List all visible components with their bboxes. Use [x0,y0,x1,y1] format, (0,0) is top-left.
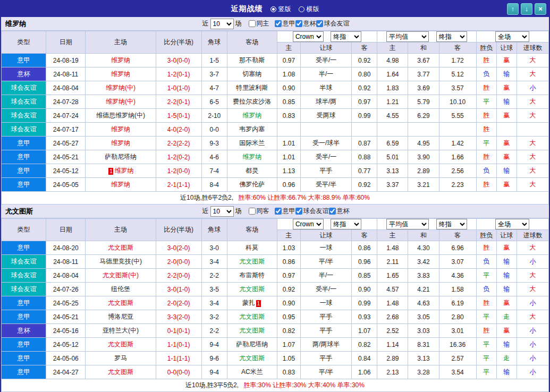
handicap-result-mark: 输 [496,255,517,269]
same-home-checkbox-input[interactable] [249,20,256,27]
avg-draw-odds [408,123,439,137]
sub-header-odds-home: 主 [277,42,300,54]
league-filter-checkbox[interactable]: 意杯 [329,207,350,216]
match-row: 意甲24-05-121维罗纳1-2(0-0)7-4都灵1.13平手0.773.1… [2,164,549,178]
summary-stats: 胜率:30% 让胜率:30% 大率:40% 单率:30% [243,381,364,389]
result-mark: 平 [476,365,496,379]
avg-home-odds: 2.11 [377,255,408,269]
same-home-checkbox[interactable]: 同主 [249,19,269,28]
team-section-bar: 维罗纳 近 10 场 同主 意甲 意杯 球会友谊 [1,17,549,31]
league-filter-checkbox[interactable]: 意甲 [275,207,295,216]
layout-vertical-radio[interactable] [270,6,276,12]
league-filter-checkbox[interactable]: 球会友谊 [316,19,350,28]
avg-stage-select[interactable]: 终指 [436,219,467,229]
team-label: 尤文图斯 [239,313,265,320]
sub-header-handicap: 让球 [301,230,352,241]
team-label: 布雷斯特 [239,271,265,279]
home-team: 尤文图斯(中) [86,269,156,283]
result-mark: 平 [476,338,496,352]
away-team: 维罗纳 [227,109,277,123]
match-date: 24-08-11 [46,67,86,81]
league-filter-checkbox[interactable]: 球会友谊 [295,207,329,216]
move-up-button[interactable]: ↑ [507,3,519,15]
goals-result-mark: 大 [517,283,548,296]
match-row: 意甲24-05-12尤文图斯1-1(0-1)9-4萨勒尼塔纳1.07两/两球半0… [2,338,549,352]
match-count-select[interactable]: 10 [210,19,234,29]
avg-home-odds: 1.21 [377,95,408,109]
team-label: 萨勒尼塔纳 [236,340,268,348]
move-down-button[interactable]: ↓ [521,3,532,15]
odds-home: 0.86 [277,255,300,269]
scope-select[interactable]: 全场 [495,31,529,42]
odds-away: 0.93 [352,310,377,324]
handicap-result-mark: 赢 [496,109,517,123]
odds-home: 0.90 [277,81,300,95]
layout-vertical-option[interactable]: 竖版 [270,5,291,14]
goals-result-mark: 大 [517,54,548,67]
corner-score: 3-2 [201,310,227,324]
avg-away-odds: 3.07 [439,255,476,269]
avg-draw-odds: 4.30 [408,241,439,255]
goals-result-mark: 小 [517,365,548,379]
odds-stage-select[interactable]: 终指 [331,31,361,42]
odds-home: 1.13 [277,164,300,178]
same-away-checkbox-input[interactable] [249,208,256,215]
handicap-line: 平/半 [301,255,352,269]
sub-header-handicap-result: 让球 [496,42,517,54]
avg-away-odds [439,123,476,137]
sub-header-odds-home: 主 [277,230,300,241]
match-count-select[interactable]: 10 [210,206,234,217]
score: 3-0(2-0) [156,241,201,255]
avg-stage-select[interactable]: 终指 [436,31,467,42]
avg-draw-odds: 3.90 [408,150,439,164]
goals-result-mark: 大 [517,269,548,283]
handicap-result-mark: 赢 [496,81,517,95]
goals-result-mark: 大 [517,164,548,178]
league-badge: 意甲 [2,241,46,255]
odds-stage-select[interactable]: 终指 [331,219,361,229]
avg-home-odds [377,123,408,137]
match-date: 24-05-05 [46,178,86,192]
match-row: 意甲24-05-21博洛尼亚3-3(2-0)3-2尤文图斯0.95平手0.932… [2,310,549,324]
away-team: 萨勒尼塔纳 [227,338,277,352]
score: 1-2(0-0) [156,164,201,178]
away-team: 尤文图斯 [227,324,277,338]
close-button[interactable]: × [535,3,546,15]
league-filter-checkbox[interactable]: 意甲 [275,19,295,28]
summary-row: 近10场,胜3平5负2, 胜率:30% 让胜率:30% 大率:40% 单率:30… [2,379,549,392]
average-select[interactable]: 平均值 [386,31,429,42]
away-team: 蒙扎1 [227,296,277,310]
col-header-score: 比分(半场) [156,219,201,241]
avg-away-odds: 1.42 [439,137,476,150]
corner-score: 0-0 [201,123,227,137]
league-badge: 球会友谊 [2,255,46,269]
handicap-line: 受两球 [301,109,352,123]
average-select[interactable]: 平均值 [386,219,429,229]
league-badge: 意甲 [2,150,46,164]
score: 2-0(2-0) [156,296,201,310]
bookmaker-select[interactable]: Crown [293,219,324,229]
team-label: 亚特兰大(中) [103,327,139,334]
layout-horizontal-option[interactable]: 横版 [299,5,319,14]
league-filter-checkbox[interactable]: 意杯 [295,19,316,28]
titlebar: 近期战绩 竖版 横版 ↑ ↓ × [1,1,549,17]
team-form-table-2: 类型 日期 主场 比分(半场) 角球 客场 Crown 终指 平均值 终指 全场 [1,218,549,392]
score: 2-0(0-0) [156,255,201,269]
team-label: 那不勒斯 [239,56,265,64]
score: 1-1(1-1) [156,352,201,365]
corner-score: 3-5 [201,283,227,296]
odds-home: 1.07 [277,338,300,352]
avg-home-odds: 2.68 [377,310,408,324]
team-label: 尤文图斯 [239,354,265,362]
bookmaker-select[interactable]: Crown [293,31,324,42]
league-badge: 球会友谊 [2,269,46,283]
team-label: 特里波利斯 [236,84,268,91]
goals-result-mark: 小 [517,338,548,352]
layout-horizontal-radio[interactable] [299,6,304,12]
league-badge: 意甲 [2,296,46,310]
avg-home-odds: 6.59 [377,137,408,150]
scope-select[interactable]: 全场 [495,219,529,229]
home-team: 维罗纳 [86,178,156,192]
same-away-checkbox[interactable]: 同客 [249,207,269,216]
match-date: 24-07-17 [46,123,86,137]
